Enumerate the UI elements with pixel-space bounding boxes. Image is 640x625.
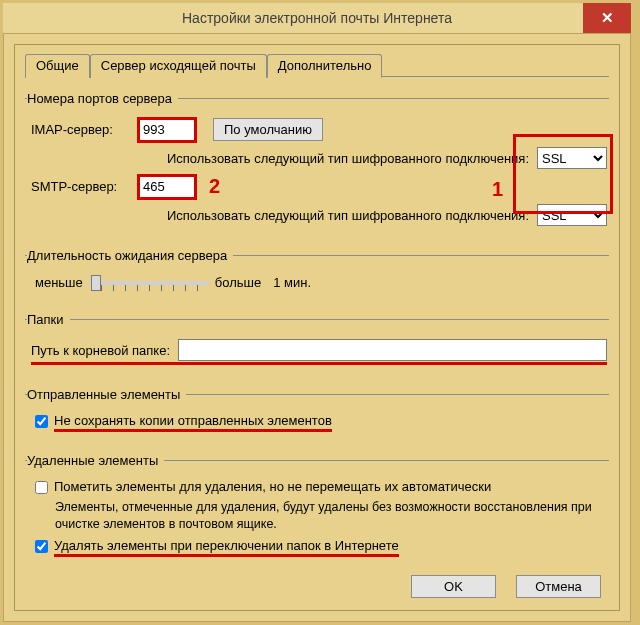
group-timeout-legend: Длительность ожидания сервера bbox=[27, 248, 233, 263]
annotation-two: 2 bbox=[209, 175, 220, 198]
tab-outgoing-server[interactable]: Сервер исходящей почты bbox=[90, 54, 267, 78]
window-frame: Настройки электронной почты Интернета ✕ … bbox=[0, 0, 634, 619]
mark-for-deletion-label[interactable]: Пометить элементы для удаления, но не пе… bbox=[54, 479, 491, 494]
row-mark-for-deletion: Пометить элементы для удаления, но не пе… bbox=[27, 479, 607, 494]
group-deleted-items-legend: Удаленные элементы bbox=[27, 453, 164, 468]
group-sent-items: Отправленные элементы Не сохранять копии… bbox=[25, 387, 609, 439]
group-server-ports-legend: Номера портов сервера bbox=[27, 91, 178, 106]
group-deleted-items: Удаленные элементы Пометить элементы для… bbox=[25, 453, 609, 564]
dialog-footer: OK Отмена bbox=[411, 575, 601, 598]
highlight-box-encryption bbox=[513, 134, 613, 214]
deletion-note: Элементы, отмеченные для удаления, будут… bbox=[55, 499, 607, 533]
imap-label: IMAP-сервер: bbox=[31, 122, 139, 137]
root-path-label: Путь к корневой папке: bbox=[31, 343, 170, 358]
imap-encryption-label: Использовать следующий тип шифрованного … bbox=[167, 151, 529, 166]
purge-on-switch-checkbox[interactable] bbox=[35, 540, 48, 553]
smtp-port-input[interactable] bbox=[139, 176, 195, 198]
group-server-ports: Номера портов сервера IMAP-сервер: По ум… bbox=[25, 91, 609, 234]
group-folders: Папки Путь к корневой папке: bbox=[25, 312, 609, 373]
imap-encryption-select[interactable]: SSL bbox=[537, 147, 607, 169]
row-root-path: Путь к корневой папке: bbox=[31, 339, 607, 365]
smtp-encryption-select[interactable]: SSL bbox=[537, 204, 607, 226]
nosave-copies-label[interactable]: Не сохранять копии отправленных элементо… bbox=[54, 413, 332, 432]
dialog-inner: Общие Сервер исходящей почты Дополнитель… bbox=[14, 44, 620, 611]
root-path-input[interactable] bbox=[178, 339, 607, 361]
imap-port-input[interactable] bbox=[139, 119, 195, 141]
nosave-copies-checkbox[interactable] bbox=[35, 415, 48, 428]
title-bar: Настройки электронной почты Интернета ✕ bbox=[3, 3, 631, 33]
smtp-encryption-label: Использовать следующий тип шифрованного … bbox=[167, 208, 529, 223]
tab-bar: Общие Сервер исходящей почты Дополнитель… bbox=[25, 54, 609, 78]
timeout-more-label: больше bbox=[215, 275, 261, 290]
timeout-value: 1 мин. bbox=[273, 275, 311, 290]
timeout-slider[interactable] bbox=[89, 281, 209, 285]
dialog-panel: Общие Сервер исходящей почты Дополнитель… bbox=[3, 33, 631, 622]
cancel-button[interactable]: Отмена bbox=[516, 575, 601, 598]
group-folders-legend: Папки bbox=[27, 312, 70, 327]
row-smtp-encryption: Использовать следующий тип шифрованного … bbox=[27, 204, 607, 226]
purge-on-switch-label[interactable]: Удалять элементы при переключении папок … bbox=[54, 538, 399, 557]
row-imap: IMAP-сервер: По умолчанию bbox=[27, 118, 607, 141]
close-icon: ✕ bbox=[601, 9, 614, 27]
timeout-less-label: меньше bbox=[35, 275, 83, 290]
group-timeout: Длительность ожидания сервера меньше бол… bbox=[25, 248, 609, 298]
row-timeout: меньше больше 1 мин. bbox=[27, 275, 607, 290]
group-sent-items-legend: Отправленные элементы bbox=[27, 387, 186, 402]
ok-button[interactable]: OK bbox=[411, 575, 496, 598]
row-imap-encryption: Использовать следующий тип шифрованного … bbox=[27, 147, 607, 169]
tab-advanced[interactable]: Дополнительно bbox=[267, 54, 383, 78]
close-button[interactable]: ✕ bbox=[583, 3, 631, 33]
default-ports-button[interactable]: По умолчанию bbox=[213, 118, 323, 141]
smtp-label: SMTP-сервер: bbox=[31, 179, 139, 194]
tab-general[interactable]: Общие bbox=[25, 54, 90, 78]
row-nosave-copies: Не сохранять копии отправленных элементо… bbox=[27, 413, 607, 432]
slider-thumb[interactable] bbox=[91, 275, 101, 291]
row-smtp: SMTP-сервер: 2 bbox=[27, 175, 607, 198]
row-purge-on-switch: Удалять элементы при переключении папок … bbox=[27, 538, 607, 557]
window-title: Настройки электронной почты Интернета bbox=[3, 10, 631, 26]
mark-for-deletion-checkbox[interactable] bbox=[35, 481, 48, 494]
